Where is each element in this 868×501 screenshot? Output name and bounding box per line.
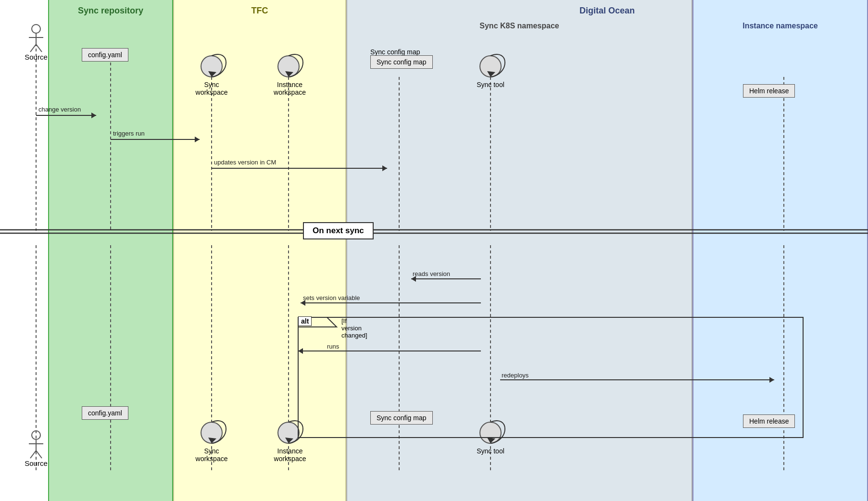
actor-source-bottom: Source [19, 430, 53, 468]
label-instance-ns: Instance namespace [692, 22, 868, 30]
actor-source-bottom-label: Source [25, 459, 48, 467]
fragment-alt-keyword: alt [298, 316, 312, 326]
label-triggers-run: triggers run [113, 130, 145, 137]
svg-point-44 [32, 25, 40, 33]
region-tfc [173, 0, 346, 501]
on-next-sync: On next sync [303, 222, 374, 239]
helm-release-top: Helm release [743, 84, 795, 98]
svg-line-52 [30, 451, 36, 458]
actor-source-top: Source [19, 24, 53, 62]
sync-config-map-top-label: Sync config map [370, 48, 420, 56]
svg-line-47 [30, 44, 36, 52]
label-runs: runs [327, 343, 339, 350]
region-sync-k8s [346, 0, 692, 501]
sync-workspace-top-label: Sync workspace [190, 81, 233, 96]
label-updates-version-in-cm: updates version in CM [214, 159, 276, 166]
sync-tool-bottom-label: Sync tool [471, 447, 510, 455]
sync-workspace-bottom-label: Sync workspace [190, 447, 233, 463]
helm-release-bottom: Helm release [743, 414, 795, 428]
label-sync-k8s: Sync K8S namespace [346, 22, 692, 30]
config-yaml-bottom: config.yaml [82, 406, 128, 420]
sync-config-map-bottom: Sync config map [370, 411, 433, 425]
label-change-version: change version [38, 106, 81, 113]
region-sync-repo [48, 0, 173, 501]
svg-line-48 [36, 44, 42, 52]
label-tfc: TFC [173, 6, 346, 16]
instance-workspace-bottom-label: Instance workspace [264, 447, 316, 463]
sync-config-map-top: Sync config map [370, 55, 433, 69]
label-redeploys: redeploys [502, 372, 528, 379]
svg-line-53 [36, 451, 42, 458]
config-yaml-top: config.yaml [82, 48, 128, 62]
label-sets-version-variable: sets version variable [303, 294, 360, 301]
actor-source-top-label: Source [25, 53, 48, 61]
label-sync-repo: Sync repository [48, 6, 173, 16]
label-reads-version: reads version [413, 270, 450, 277]
svg-point-49 [32, 431, 40, 439]
sync-tool-top-label: Sync tool [471, 81, 510, 88]
label-digital-ocean: Digital Ocean [346, 6, 868, 16]
instance-workspace-top-label: Instance workspace [264, 81, 315, 96]
fragment-alt-condition: [If version changed] [341, 317, 367, 339]
